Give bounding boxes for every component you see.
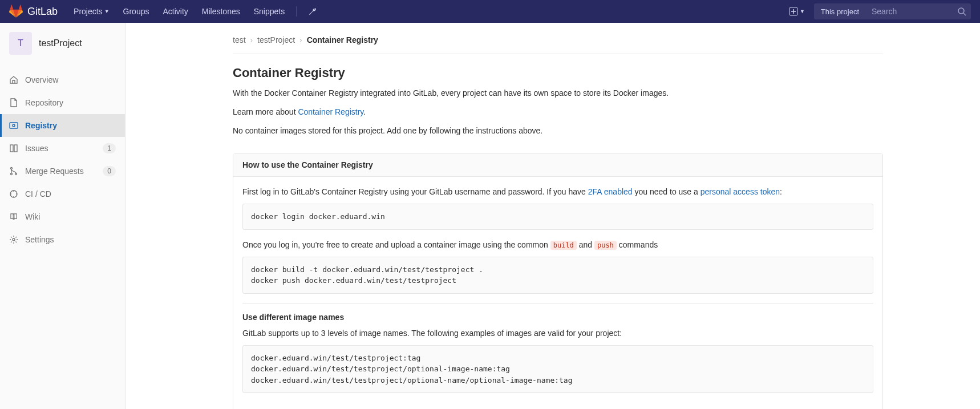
breadcrumb-separator: ›	[299, 35, 302, 44]
sidebar-item-label: Repository	[25, 98, 116, 107]
merge-icon	[9, 167, 18, 176]
sidebar-item-overview[interactable]: Overview	[0, 68, 125, 91]
issues-icon	[9, 144, 18, 153]
plus-dropdown[interactable]: ▼	[784, 7, 809, 16]
search-box	[866, 3, 971, 19]
learn-more: Learn more about Container Registry.	[233, 106, 883, 118]
sidebar-item-label: Wiki	[25, 212, 116, 221]
breadcrumb-item[interactable]: test	[233, 35, 246, 44]
breadcrumb: test › testProject › Container Registry	[233, 32, 883, 54]
page-title: Container Registry	[233, 66, 883, 80]
search-icon[interactable]	[957, 7, 966, 16]
diff-header: Use different image names	[242, 313, 873, 322]
nav-projects[interactable]: Projects▼	[67, 0, 116, 23]
svg-point-3	[13, 124, 15, 127]
project-header[interactable]: T testProject	[0, 23, 125, 64]
brand-label[interactable]: GitLab	[27, 6, 58, 18]
svg-point-1	[958, 8, 964, 14]
login-instructions: First log in to GitLab's Container Regis…	[242, 186, 873, 198]
panel-header: How to use the Container Registry	[233, 153, 882, 177]
sidebar-item-label: Issues	[25, 144, 103, 153]
sidebar-badge: 0	[103, 166, 116, 176]
svg-point-6	[11, 168, 13, 169]
search-scope[interactable]: This project	[814, 3, 866, 19]
breadcrumb-current: Container Registry	[307, 35, 378, 44]
breadcrumb-item[interactable]: testProject	[257, 35, 295, 44]
sidebar-item-repository[interactable]: Repository	[0, 91, 125, 114]
2fa-link[interactable]: 2FA enabled	[588, 187, 633, 196]
home-icon	[9, 75, 18, 84]
sidebar-item-label: Merge Requests	[25, 167, 103, 176]
howto-panel: How to use the Container Registry First …	[233, 153, 883, 409]
nav-milestones[interactable]: Milestones	[195, 0, 247, 23]
sidebar-item-merge-requests[interactable]: Merge Requests0	[0, 160, 125, 183]
breadcrumb-separator: ›	[250, 35, 253, 44]
top-navigation: GitLab Projects▼ Groups Activity Milesto…	[0, 0, 980, 23]
svg-rect-2	[10, 123, 18, 128]
nav-divider	[296, 6, 297, 17]
sidebar-item-label: Overview	[25, 75, 116, 84]
svg-rect-5	[14, 145, 17, 152]
diff-text: GitLab supports up to 3 levels of image …	[242, 327, 873, 339]
search-input[interactable]	[866, 7, 957, 16]
code-names[interactable]: docker.eduard.win/test/testproject:tag d…	[242, 345, 873, 394]
sidebar-badge: 1	[103, 143, 116, 153]
nav-groups[interactable]: Groups	[116, 0, 156, 23]
pat-link[interactable]: personal access token	[700, 187, 780, 196]
svg-rect-4	[10, 145, 13, 152]
code-login[interactable]: docker login docker.eduard.win	[242, 204, 873, 230]
sidebar-item-ci-cd[interactable]: CI / CD	[0, 183, 125, 205]
book-icon	[9, 212, 18, 221]
panel-divider	[242, 303, 873, 303]
container-registry-link[interactable]: Container Registry	[298, 107, 363, 116]
project-avatar: T	[9, 32, 32, 55]
chevron-down-icon: ▼	[800, 9, 805, 14]
sidebar-item-label: Settings	[25, 235, 116, 244]
main-content: test › testProject › Container Registry …	[125, 23, 980, 409]
rocket-icon	[9, 189, 18, 199]
sidebar-item-label: CI / CD	[25, 189, 116, 199]
svg-point-7	[11, 173, 13, 175]
sidebar-item-issues[interactable]: Issues1	[0, 137, 125, 160]
no-images-text: No container images stored for this proj…	[233, 125, 883, 137]
code-build-inline: build	[550, 241, 577, 250]
project-name: testProject	[39, 38, 82, 48]
code-buildpush[interactable]: docker build -t docker.eduard.win/test/t…	[242, 257, 873, 294]
svg-point-8	[15, 173, 17, 175]
sidebar-item-wiki[interactable]: Wiki	[0, 205, 125, 228]
sidebar-item-label: Registry	[25, 121, 116, 130]
disk-icon	[9, 121, 18, 130]
gear-icon	[9, 235, 18, 244]
code-push-inline: push	[594, 241, 617, 250]
intro-text: With the Docker Container Registry integ…	[233, 87, 883, 99]
sidebar-item-settings[interactable]: Settings	[0, 228, 125, 251]
doc-icon	[9, 98, 18, 107]
build-instructions: Once you log in, you're free to create a…	[242, 239, 873, 251]
chevron-down-icon: ▼	[104, 9, 110, 14]
admin-wrench-icon[interactable]	[301, 0, 324, 23]
nav-activity[interactable]: Activity	[156, 0, 195, 23]
sidebar-item-registry[interactable]: Registry	[0, 114, 125, 137]
gitlab-logo-icon[interactable]	[9, 5, 23, 18]
nav-snippets[interactable]: Snippets	[247, 0, 291, 23]
svg-point-10	[13, 238, 15, 241]
sidebar: T testProject OverviewRepositoryRegistry…	[0, 23, 125, 409]
